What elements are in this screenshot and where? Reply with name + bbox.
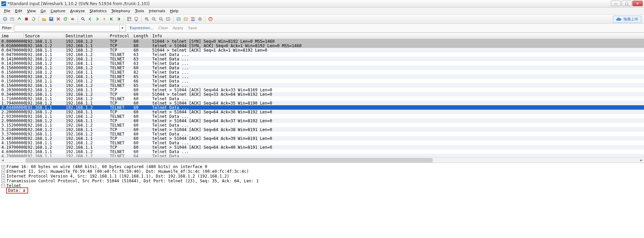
col-length[interactable]: Length — [132, 33, 151, 39]
packet-row[interactable]: 4.69600000192.168.1.1192.168.1.2TELNET60… — [0, 149, 644, 154]
expand-icon[interactable]: + — [1, 175, 5, 178]
col-time[interactable]: ime — [0, 33, 24, 39]
wireshark-icon — [1, 1, 6, 6]
colorize-icon[interactable] — [126, 16, 132, 22]
expand-icon[interactable]: + — [1, 165, 5, 169]
expand-icon[interactable]: + — [1, 170, 5, 173]
menu-internals[interactable]: Internals — [147, 8, 167, 14]
scroll-thumb[interactable] — [26, 158, 432, 162]
go-first-icon[interactable] — [108, 16, 115, 22]
restart-capture-icon[interactable] — [31, 16, 37, 22]
packet-row[interactable]: 2.93300000192.168.1.1192.168.1.2TELNET60… — [0, 114, 644, 118]
menu-telephony[interactable]: Telephony — [109, 8, 133, 14]
start-capture-icon[interactable] — [16, 16, 22, 22]
close-file-icon[interactable] — [55, 16, 61, 22]
packet-row[interactable]: 2.20000000192.168.1.2192.168.1.1TCP60tel… — [0, 110, 644, 114]
tree-telnet-data[interactable]: Data: a — [1, 188, 643, 193]
packet-row[interactable]: 1.71600000192.168.1.1192.168.1.2TELNET60… — [0, 96, 644, 101]
col-destination[interactable]: Destination — [64, 33, 108, 39]
print-icon[interactable] — [69, 16, 76, 22]
auto-scroll-icon[interactable] — [133, 16, 139, 22]
reload-icon[interactable] — [62, 16, 68, 22]
packet-row[interactable]: 0.04700000192.168.1.1192.168.1.2TELNET63… — [0, 52, 644, 57]
packet-row[interactable]: 4.15000000192.168.1.1192.168.1.2TELNET60… — [0, 141, 644, 145]
help-icon[interactable]: ? — [207, 16, 214, 22]
menu-analyze[interactable]: Analyze — [68, 8, 87, 14]
packet-row[interactable]: 0.15600000192.168.1.2192.168.1.1TELNET65… — [0, 74, 644, 79]
resize-columns-icon[interactable] — [165, 16, 171, 22]
expression-link[interactable]: Expression... — [130, 26, 154, 30]
list-interfaces-icon[interactable] — [2, 16, 8, 22]
apply-link[interactable]: Apply — [173, 26, 183, 30]
stop-capture-icon[interactable] — [23, 16, 29, 22]
packet-row[interactable]: 3.37000000192.168.1.1192.168.1.2TELNET60… — [0, 132, 644, 136]
collapse-icon[interactable]: − — [1, 184, 5, 188]
window-minimize-button[interactable]: — — [611, 1, 621, 6]
menu-capture[interactable]: Capture — [48, 8, 67, 14]
drag-upload-label: 拖拽上传 — [623, 17, 638, 22]
scroll-right-icon[interactable]: ▸ — [639, 158, 644, 163]
capture-options-icon[interactable] — [9, 16, 15, 22]
go-back-icon[interactable] — [87, 16, 93, 22]
tree-telnet[interactable]: −Telnet — [1, 183, 643, 188]
packet-row[interactable]: 0.20300000192.168.1.2192.168.1.1TCP60tel… — [0, 88, 644, 92]
open-file-icon[interactable] — [41, 16, 47, 22]
menu-statistics[interactable]: Statistics — [87, 8, 108, 14]
clear-link[interactable]: Clear — [158, 26, 168, 30]
col-info[interactable]: Info — [151, 33, 644, 39]
svg-line-27 — [155, 20, 156, 21]
capture-filters-icon[interactable] — [176, 16, 182, 22]
save-file-icon[interactable] — [48, 16, 54, 22]
horizontal-scrollbar[interactable]: ◂ ▸ — [0, 157, 644, 163]
go-forward-icon[interactable] — [94, 16, 100, 22]
filter-dropdown-icon[interactable]: ▾ — [119, 25, 125, 31]
packet-row[interactable]: 4.79000000192.168.1.1192.168.1.2TELNET64… — [0, 154, 644, 157]
packet-row[interactable]: 4.19700000192.168.1.2192.168.1.1TCP60tel… — [0, 145, 644, 149]
packet-row[interactable]: 0.15600000192.168.1.1192.168.1.2TELNET60… — [0, 66, 644, 70]
find-icon[interactable] — [80, 16, 86, 22]
tree-tcp[interactable]: +Transmission Control Protocol, Src Port… — [1, 179, 643, 183]
window-close-button[interactable]: ✕ — [632, 1, 643, 6]
go-last-icon[interactable] — [116, 16, 122, 22]
packet-row[interactable]: 0.34400000192.168.1.1192.168.1.2TCP60510… — [0, 92, 644, 96]
packet-row[interactable]: 0.14100000192.168.1.2192.168.1.1TELNET63… — [0, 61, 644, 66]
menu-go[interactable]: Go — [39, 8, 48, 14]
packet-row[interactable]: 2.99600000192.168.1.2192.168.1.1TCP60tel… — [0, 118, 644, 123]
packet-row[interactable]: 0.00000000192.168.1.1192.168.1.2TCP60510… — [0, 39, 644, 43]
zoom-in-icon[interactable] — [144, 16, 150, 22]
zoom-out-icon[interactable] — [151, 16, 157, 22]
scroll-left-icon[interactable]: ◂ — [0, 158, 5, 163]
packet-row[interactable]: 0.15600000192.168.1.2192.168.1.1TELNET82… — [0, 70, 644, 74]
menu-help[interactable]: Help — [168, 8, 180, 14]
filter-input[interactable] — [14, 25, 119, 31]
menu-view[interactable]: View — [25, 8, 38, 14]
save-link[interactable]: Save — [188, 26, 197, 30]
preferences-icon[interactable] — [197, 16, 203, 22]
packet-row[interactable]: 3.21400000192.168.1.2192.168.1.1TCP60tel… — [0, 127, 644, 132]
menu-edit[interactable]: Edit — [13, 8, 24, 14]
col-source[interactable]: Source — [24, 33, 64, 39]
drag-upload-button[interactable]: 拖拽上传 — [613, 16, 641, 23]
packet-row[interactable]: 0.04700000192.168.1.1192.168.1.2TCP60510… — [0, 48, 644, 52]
tree-frame[interactable]: +Frame 16: 60 bytes on wire (480 bits), … — [1, 164, 643, 169]
expand-icon[interactable]: + — [1, 179, 5, 183]
packet-row[interactable]: 3.15200000192.168.1.1192.168.1.2TELNET60… — [0, 123, 644, 127]
packet-row[interactable]: 0.14100000192.168.1.2192.168.1.1TELNET63… — [0, 57, 644, 61]
tree-ethernet[interactable]: +Ethernet II, Src: HuaweiTe_f6:59:40 (00… — [1, 169, 643, 174]
display-filters-icon[interactable] — [183, 16, 189, 22]
packet-row[interactable]: 0.15600000192.168.1.1192.168.1.2TELNET65… — [0, 83, 644, 88]
svg-line-30 — [162, 20, 163, 21]
zoom-11-icon[interactable]: 1:1 — [158, 16, 164, 22]
packet-row[interactable]: 2.04400000192.168.1.1192.168.1.2TELNET60… — [0, 105, 644, 110]
packet-row[interactable]: 1.79400000192.168.1.2192.168.1.1TCP60tel… — [0, 101, 644, 105]
tree-ip[interactable]: +Internet Protocol Version 4, Src: 192.1… — [1, 174, 643, 179]
packet-row[interactable]: 0.01600000192.168.1.2192.168.1.1TCP60tel… — [0, 43, 644, 48]
go-to-packet-icon[interactable] — [101, 16, 107, 22]
packet-row[interactable]: 0.15600000192.168.1.1192.168.1.2TELNET66… — [0, 79, 644, 83]
menu-tools[interactable]: Tools — [133, 8, 146, 14]
col-protocol[interactable]: Protocol — [108, 33, 132, 39]
menu-file[interactable]: File — [2, 8, 12, 14]
packet-row[interactable]: 3.40100000192.168.1.2192.168.1.1TCP60tel… — [0, 136, 644, 141]
coloring-rules-icon[interactable] — [190, 16, 196, 22]
window-maximize-button[interactable]: ▢ — [622, 1, 632, 6]
